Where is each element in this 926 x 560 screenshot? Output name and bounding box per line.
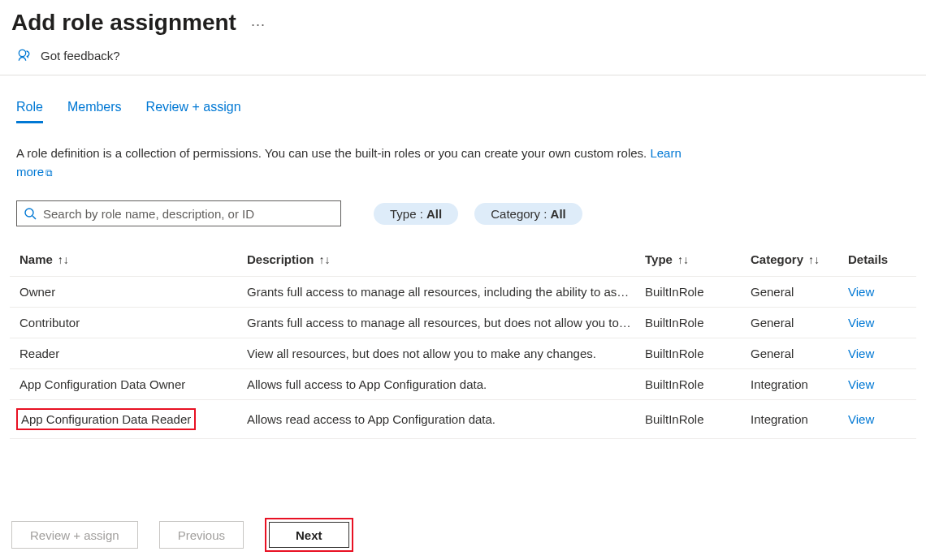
description-text: A role definition is a collection of per…: [16, 146, 650, 160]
more-actions-button[interactable]: ···: [251, 13, 266, 33]
cell-description: Grants full access to manage all resourc…: [247, 316, 645, 330]
table-row[interactable]: App Configuration Data ReaderAllows read…: [10, 400, 916, 439]
review-assign-button[interactable]: Review + assign: [11, 521, 138, 549]
cell-name: App Configuration Data Owner: [19, 377, 247, 391]
filter-category-pill[interactable]: Category : All: [474, 203, 582, 225]
view-link[interactable]: View: [848, 412, 905, 426]
cell-name: Contributor: [19, 316, 247, 330]
column-type[interactable]: Type↑↓: [645, 252, 751, 266]
feedback-bar[interactable]: Got feedback?: [0, 41, 926, 75]
sort-icon[interactable]: ↑↓: [58, 253, 69, 266]
cell-description: Allows full access to App Configuration …: [247, 377, 645, 391]
cell-category: Integration: [751, 377, 848, 391]
column-details: Details: [848, 252, 905, 266]
table-row[interactable]: ReaderView all resources, but does not a…: [10, 338, 916, 369]
view-link[interactable]: View: [848, 285, 905, 299]
filter-type-pill[interactable]: Type : All: [374, 203, 458, 225]
column-name[interactable]: Name↑↓: [19, 252, 247, 266]
svg-point-1: [25, 209, 33, 217]
cell-type: BuiltInRole: [645, 347, 751, 360]
cell-description: Allows read access to App Configuration …: [247, 412, 645, 426]
filter-type-value: All: [426, 207, 442, 221]
table-row[interactable]: OwnerGrants full access to manage all re…: [10, 277, 916, 308]
svg-point-0: [19, 50, 25, 56]
tab-members[interactable]: Members: [67, 100, 122, 123]
filter-category-value: All: [551, 207, 566, 221]
cell-type: BuiltInRole: [645, 377, 751, 391]
sort-icon[interactable]: ↑↓: [808, 253, 820, 266]
cell-description: View all resources, but does not allow y…: [247, 347, 645, 360]
filter-type-label: Type :: [390, 207, 423, 221]
feedback-label: Got feedback?: [41, 49, 120, 62]
cell-type: BuiltInRole: [645, 316, 751, 330]
column-category[interactable]: Category↑↓: [751, 252, 848, 266]
svg-line-2: [32, 216, 36, 219]
tab-review-assign[interactable]: Review + assign: [146, 100, 241, 123]
cell-category: General: [751, 316, 848, 330]
filter-category-label: Category :: [491, 207, 547, 221]
highlighted-role-name: App Configuration Data Reader: [16, 408, 196, 430]
next-button-highlight: Next: [265, 518, 353, 552]
cell-category: Integration: [751, 412, 848, 426]
cell-name: Reader: [19, 347, 247, 360]
table-row[interactable]: ContributorGrants full access to manage …: [10, 308, 916, 338]
view-link[interactable]: View: [848, 347, 905, 360]
cell-description: Grants full access to manage all resourc…: [247, 285, 645, 299]
external-link-icon: ⧉: [45, 167, 53, 179]
cell-category: General: [751, 347, 848, 360]
cell-type: BuiltInRole: [645, 285, 751, 299]
next-button[interactable]: Next: [269, 522, 349, 548]
view-link[interactable]: View: [848, 377, 905, 391]
search-icon: [24, 207, 37, 220]
column-description[interactable]: Description↑↓: [247, 252, 645, 266]
feedback-icon: [16, 47, 32, 63]
sort-icon[interactable]: ↑↓: [677, 253, 689, 266]
page-title: Add role assignment: [11, 10, 236, 36]
cell-name: App Configuration Data Reader: [19, 408, 247, 430]
search-input[interactable]: [41, 206, 334, 222]
tab-role[interactable]: Role: [16, 100, 43, 123]
cell-category: General: [751, 285, 848, 299]
role-description: A role definition is a collection of per…: [0, 123, 715, 181]
view-link[interactable]: View: [848, 316, 905, 330]
previous-button[interactable]: Previous: [159, 521, 244, 549]
cell-name: Owner: [19, 285, 247, 299]
search-input-container[interactable]: [16, 200, 341, 226]
table-row[interactable]: App Configuration Data OwnerAllows full …: [10, 369, 916, 400]
sort-icon[interactable]: ↑↓: [319, 253, 331, 266]
cell-type: BuiltInRole: [645, 412, 751, 426]
